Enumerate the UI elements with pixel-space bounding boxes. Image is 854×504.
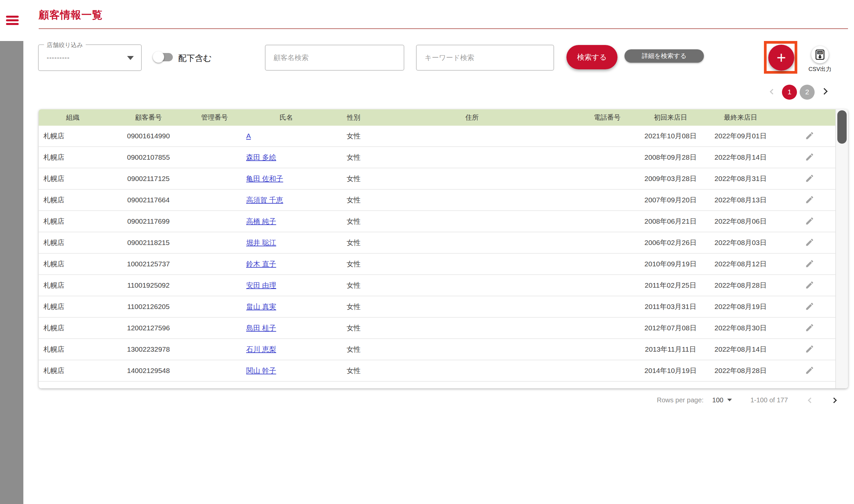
toggle-thumb bbox=[153, 51, 164, 63]
edit-pencil-icon bbox=[805, 238, 814, 247]
edit-row-button[interactable] bbox=[804, 323, 815, 333]
customer-name-link[interactable]: 高橋 純子 bbox=[246, 217, 276, 225]
table-row: 札幌店 10002125737 鈴木 直子 女性 2010年09月19日 202… bbox=[39, 254, 848, 275]
cell-gender: 女性 bbox=[334, 323, 373, 333]
table-body: 札幌店 09001614990 A 女性 2021年10月08日 2022年09… bbox=[39, 126, 848, 382]
page-title: 顧客情報一覧 bbox=[39, 8, 103, 22]
customer-name-link[interactable]: A bbox=[246, 132, 251, 140]
cell-first-visit: 2006年02月26日 bbox=[644, 238, 697, 247]
store-filter-value: --------- bbox=[47, 54, 70, 62]
customer-name-link[interactable]: 亀田 佐和子 bbox=[246, 175, 283, 182]
cell-org: 札幌店 bbox=[39, 195, 107, 205]
customer-name-link[interactable]: 島田 桂子 bbox=[246, 324, 276, 332]
cell-last-visit: 2022年08月30日 bbox=[697, 323, 784, 333]
edit-row-button[interactable] bbox=[804, 280, 815, 291]
cell-last-visit: 2022年08月06日 bbox=[697, 217, 784, 226]
cell-customer-no: 09001614990 bbox=[107, 132, 190, 140]
keyword-search-input[interactable] bbox=[416, 45, 554, 71]
add-customer-button[interactable]: + bbox=[768, 45, 794, 71]
hamburger-menu-icon[interactable] bbox=[6, 16, 19, 25]
column-header: 組織 bbox=[39, 113, 107, 122]
cell-gender: 女性 bbox=[334, 174, 373, 183]
cell-first-visit: 2010年09月19日 bbox=[644, 259, 697, 269]
edit-row-button[interactable] bbox=[804, 344, 815, 355]
customer-name-link[interactable]: 高須賀 千恵 bbox=[246, 196, 283, 204]
cell-first-visit: 2008年06月21日 bbox=[644, 217, 697, 226]
cell-gender: 女性 bbox=[334, 131, 373, 141]
cell-last-visit: 2022年08月14日 bbox=[697, 345, 784, 354]
customer-name-link[interactable]: 安田 由理 bbox=[246, 281, 276, 289]
edit-row-button[interactable] bbox=[804, 152, 815, 163]
rows-per-page-select[interactable]: 100 bbox=[712, 396, 732, 404]
edit-pencil-icon bbox=[805, 344, 814, 354]
csv-file-icon: CSV bbox=[814, 49, 826, 60]
footer-next-page-button[interactable] bbox=[832, 396, 836, 404]
edit-row-button[interactable] bbox=[804, 173, 815, 184]
cell-gender: 女性 bbox=[334, 217, 373, 226]
subordinate-toggle[interactable] bbox=[153, 51, 173, 63]
edit-row-button[interactable] bbox=[804, 387, 815, 388]
cell-last-visit: 2022年08月19日 bbox=[697, 302, 784, 311]
customer-name-link[interactable]: 堀井 聡江 bbox=[246, 239, 276, 246]
cell-org: 札幌店 bbox=[39, 131, 107, 141]
page-prev-button[interactable] bbox=[771, 89, 774, 95]
customer-name-link[interactable]: 畠山 真実 bbox=[246, 303, 276, 310]
table-row-partial bbox=[39, 382, 848, 388]
edit-row-button[interactable] bbox=[804, 365, 815, 376]
edit-row-button[interactable] bbox=[804, 259, 815, 269]
edit-pencil-icon bbox=[805, 323, 814, 332]
page-1-button[interactable]: 1 bbox=[782, 85, 797, 100]
edit-pencil-icon bbox=[805, 174, 814, 183]
customer-name-link[interactable]: 鈴木 直子 bbox=[246, 260, 276, 268]
edit-pencil-icon bbox=[805, 131, 814, 140]
cell-org: 札幌店 bbox=[39, 217, 107, 226]
column-header: 電話番号 bbox=[571, 113, 644, 122]
page-2-button[interactable]: 2 bbox=[800, 85, 815, 100]
customer-name-search-input[interactable] bbox=[265, 45, 404, 71]
table-scrollbar-track[interactable] bbox=[835, 109, 848, 388]
search-button[interactable]: 検索する bbox=[567, 45, 617, 69]
csv-export-button[interactable]: CSV bbox=[811, 46, 829, 63]
row-range-label: 1-100 of 177 bbox=[750, 396, 788, 404]
cell-gender: 女性 bbox=[334, 153, 373, 162]
detail-search-button[interactable]: 詳細を検索する bbox=[625, 49, 704, 63]
footer-prev-page-button[interactable] bbox=[808, 396, 813, 404]
cell-customer-no: 10002125737 bbox=[107, 260, 190, 268]
edit-row-button[interactable] bbox=[804, 301, 815, 312]
cell-org: 札幌店 bbox=[39, 281, 107, 290]
page-next-button[interactable] bbox=[822, 89, 827, 95]
edit-row-button[interactable] bbox=[804, 195, 815, 205]
cell-customer-no: 12002127596 bbox=[107, 324, 190, 332]
cell-org: 札幌店 bbox=[39, 323, 107, 333]
customer-name-link[interactable]: 森田 多絵 bbox=[246, 153, 276, 161]
rows-per-page-value: 100 bbox=[712, 396, 723, 404]
top-pagination: 1 2 bbox=[771, 84, 827, 100]
edit-row-button[interactable] bbox=[804, 131, 815, 141]
customer-table: 組織顧客番号管理番号氏名性別住所電話番号初回来店日最終来店日 札幌店 09001… bbox=[39, 109, 848, 388]
cell-last-visit: 2022年08月03日 bbox=[697, 238, 784, 247]
cell-gender: 女性 bbox=[334, 238, 373, 247]
cell-org: 札幌店 bbox=[39, 302, 107, 311]
table-row: 札幌店 09002117125 亀田 佐和子 女性 2009年03月28日 20… bbox=[39, 168, 848, 190]
edit-row-button[interactable] bbox=[804, 216, 815, 227]
cell-first-visit: 2011年02月25日 bbox=[644, 281, 697, 290]
customer-name-link[interactable]: 石川 恵梨 bbox=[246, 345, 276, 353]
cell-org: 札幌店 bbox=[39, 366, 107, 375]
cell-last-visit: 2022年08月13日 bbox=[697, 195, 784, 205]
cell-gender: 女性 bbox=[334, 259, 373, 269]
cell-org: 札幌店 bbox=[39, 153, 107, 162]
table-scrollbar-thumb[interactable] bbox=[837, 110, 847, 144]
chevron-left-icon bbox=[770, 89, 775, 95]
svg-text:CSV: CSV bbox=[818, 52, 823, 54]
column-header: 管理番号 bbox=[190, 113, 239, 122]
edit-row-button[interactable] bbox=[804, 237, 815, 248]
cell-org: 札幌店 bbox=[39, 238, 107, 247]
store-filter-select[interactable]: 店舗絞り込み --------- bbox=[38, 44, 142, 71]
rows-per-page-label: Rows per page: bbox=[657, 396, 703, 404]
edit-pencil-icon bbox=[805, 302, 814, 311]
cell-org: 札幌店 bbox=[39, 174, 107, 183]
customer-name-link[interactable]: 関山 幹子 bbox=[246, 367, 276, 374]
table-header-row: 組織顧客番号管理番号氏名性別住所電話番号初回来店日最終来店日 bbox=[39, 109, 848, 126]
cell-first-visit: 2014年10月19日 bbox=[644, 366, 697, 375]
cell-gender: 女性 bbox=[334, 366, 373, 375]
